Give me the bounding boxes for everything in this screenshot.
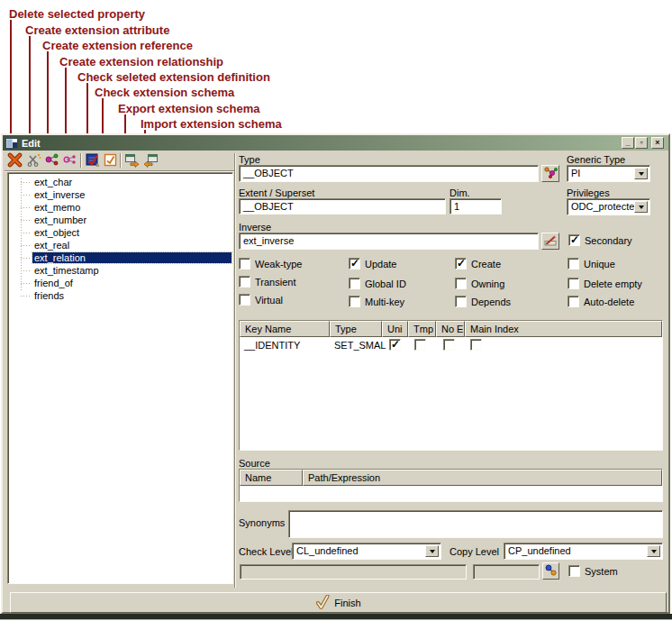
inverse-label: Inverse: [239, 222, 271, 233]
dim-label: Dim.: [450, 187, 470, 198]
source-header-path[interactable]: Path/Expression: [303, 470, 662, 486]
main-index-cell-checkbox[interactable]: [470, 339, 482, 351]
minimize-button[interactable]: _: [622, 137, 634, 149]
annotation-create-reference: Create extension reference: [42, 39, 193, 52]
dropdown-arrow-icon[interactable]: [425, 545, 439, 557]
inverse-field[interactable]: ext_inverse: [239, 233, 539, 250]
extent-field[interactable]: __OBJECT: [239, 198, 446, 215]
readonly-field-1: [240, 564, 467, 580]
tree-item[interactable]: ext_inverse: [15, 188, 86, 201]
global-id-checkbox[interactable]: Global ID: [349, 278, 406, 289]
select-type-button[interactable]: [541, 165, 559, 182]
virtual-checkbox[interactable]: Virtual: [239, 294, 283, 306]
dim-field[interactable]: 1: [450, 198, 502, 215]
synonyms-label: Synonyms: [239, 517, 285, 528]
depends-checkbox[interactable]: Depends: [455, 296, 511, 307]
annotation-check-definition: Check seleted extension definition: [77, 70, 270, 84]
key-table-header-no-e[interactable]: No E: [436, 321, 465, 337]
tree-item[interactable]: ext_real: [15, 239, 71, 251]
import-schema-button[interactable]: [142, 152, 159, 169]
key-table-header-main-index[interactable]: Main Index: [465, 321, 662, 337]
multi-key-checkbox[interactable]: Multi-key: [349, 296, 404, 307]
unique-checkbox[interactable]: Unique: [568, 258, 615, 269]
secondary-checkbox[interactable]: Secondary: [568, 234, 632, 246]
panel-separator: [234, 153, 236, 588]
tmp-cell-checkbox[interactable]: [414, 339, 426, 351]
uni-cell-checkbox[interactable]: [389, 339, 401, 351]
create-relationship-icon: [62, 152, 77, 169]
source-empty-row[interactable]: [240, 486, 662, 501]
dropdown-arrow-icon[interactable]: [634, 201, 648, 213]
screenshot-root: Delete selected property Create extensio…: [0, 0, 672, 621]
tree-item[interactable]: ext_object: [15, 226, 81, 239]
edit-inverse-button[interactable]: [541, 233, 559, 250]
property-tree[interactable]: ext_char ext_inverse ext_memo ext_number…: [7, 172, 233, 584]
maximize-button[interactable]: ▫: [635, 137, 648, 149]
transient-checkbox[interactable]: Transient: [239, 276, 295, 288]
check-schema-button[interactable]: [102, 152, 118, 169]
copy-level-label: Copy Level: [450, 546, 499, 557]
type-field[interactable]: __OBJECT: [239, 165, 539, 182]
link-lookup-button[interactable]: [542, 562, 559, 580]
tree-item-selected[interactable]: ext_relation: [15, 251, 232, 264]
extent-label: Extent / Superset: [239, 187, 314, 198]
export-schema-button[interactable]: [123, 152, 140, 169]
weak-type-checkbox[interactable]: Weak-type: [239, 258, 302, 269]
window-title: Edit: [22, 138, 41, 149]
owning-checkbox[interactable]: Owning: [455, 278, 504, 289]
dropdown-arrow-icon[interactable]: [634, 168, 648, 179]
check-schema-icon: [103, 152, 118, 169]
system-checkbox[interactable]: System: [568, 565, 618, 577]
finish-label: Finish: [334, 598, 360, 608]
tree-item[interactable]: friends: [15, 289, 66, 302]
key-type-cell: SET_SMAL: [334, 340, 386, 351]
tree-item[interactable]: ext_char: [15, 176, 74, 188]
window-icon: [5, 138, 18, 149]
create-reference-icon: [44, 152, 59, 169]
key-table-row[interactable]: __IDENTITY SET_SMAL: [240, 337, 662, 353]
check-definition-button[interactable]: [84, 152, 100, 169]
generic-type-dropdown[interactable]: PI: [567, 165, 650, 182]
auto-delete-checkbox[interactable]: Auto-delete: [568, 296, 634, 307]
key-table-header-key-name[interactable]: Key Name: [240, 321, 330, 337]
copy-level-dropdown[interactable]: CP_undefined: [504, 543, 663, 560]
create-relationship-button[interactable]: [61, 152, 77, 169]
key-table: Key Name Type Uni Tmp No E Main Index __…: [239, 320, 663, 451]
title-bar[interactable]: Edit _ ▫ ×: [3, 135, 668, 151]
key-name-cell: __IDENTITY: [244, 340, 300, 351]
delete-property-button[interactable]: [6, 152, 23, 169]
update-checkbox[interactable]: Update: [349, 258, 396, 269]
no-e-cell-checkbox[interactable]: [443, 339, 455, 351]
source-table: Name Path/Expression: [239, 469, 663, 502]
delete-empty-checkbox[interactable]: Delete empty: [568, 278, 642, 289]
create-checkbox[interactable]: Create: [455, 258, 501, 269]
pencil-pad-icon: [543, 233, 558, 249]
key-table-header-uni[interactable]: Uni: [382, 321, 408, 337]
check-level-dropdown[interactable]: CL_undefined: [292, 543, 441, 560]
key-table-header-tmp[interactable]: Tmp: [408, 321, 436, 337]
check-definition-icon: [85, 152, 100, 169]
import-schema-icon: [143, 152, 159, 169]
tree-item[interactable]: ext_timestamp: [15, 264, 101, 277]
finish-button[interactable]: Finish: [10, 592, 667, 613]
tree-item[interactable]: ext_memo: [15, 201, 82, 214]
source-header-name[interactable]: Name: [240, 470, 303, 486]
tree-item[interactable]: friend_of: [15, 277, 75, 289]
tree-item[interactable]: ext_number: [15, 214, 88, 226]
edit-window: Edit _ ▫ ×: [1, 133, 670, 614]
check-level-label: Check Level: [239, 546, 294, 557]
annotation-create-attribute: Create extension attribute: [25, 23, 169, 37]
delete-property-icon: [7, 152, 23, 169]
close-button[interactable]: ×: [651, 137, 664, 149]
annotation-create-relationship: Create extension relationship: [59, 55, 223, 68]
synonyms-field[interactable]: [288, 510, 663, 538]
create-reference-button[interactable]: [43, 152, 59, 169]
privileges-label: Privileges: [567, 187, 610, 198]
dropdown-arrow-icon[interactable]: [647, 545, 660, 557]
create-attribute-button[interactable]: [25, 152, 41, 169]
key-table-header-type[interactable]: Type: [330, 321, 382, 337]
privileges-dropdown[interactable]: ODC_protected: [567, 198, 650, 215]
link-balls-icon: [544, 563, 558, 579]
export-schema-icon: [124, 152, 140, 169]
annotation-import-schema: Import extension schema: [141, 117, 282, 131]
